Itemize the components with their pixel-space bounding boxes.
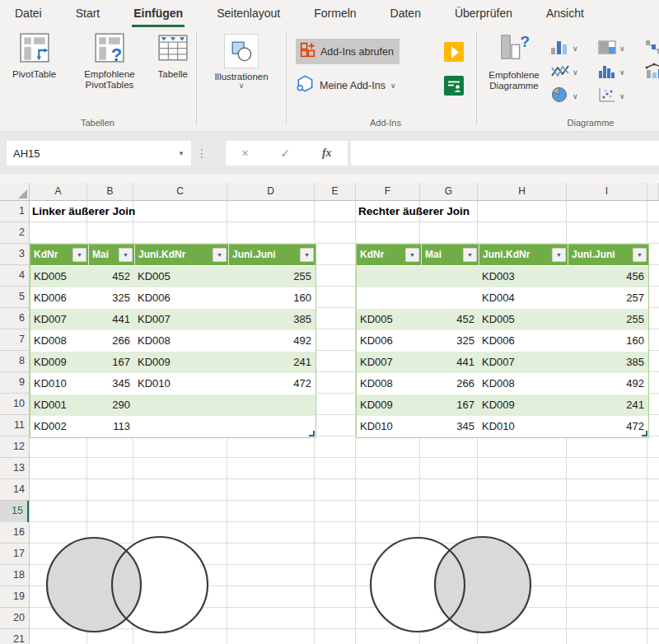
column-header-c[interactable]: C <box>133 183 227 200</box>
table-cell[interactable]: KD010 <box>134 373 228 394</box>
table-cell[interactable]: 160 <box>228 287 315 309</box>
table-cell[interactable]: KD005 <box>30 266 88 287</box>
pie-chart-button[interactable]: ∨ <box>550 85 597 108</box>
row-header-12[interactable]: 12 <box>0 436 29 458</box>
cancel-icon[interactable]: × <box>241 147 248 160</box>
table-header-juni-juni[interactable]: Juni.Juni▼ <box>568 245 648 265</box>
column-header-e[interactable]: E <box>315 183 356 200</box>
table-cell[interactable]: KD002 <box>30 416 88 437</box>
table-cell[interactable]: 385 <box>228 309 315 330</box>
filter-mai-button[interactable]: ▼ <box>463 248 477 262</box>
table-cell[interactable]: 255 <box>568 309 648 330</box>
filter-juni-juni-button[interactable]: ▼ <box>633 248 647 262</box>
row-header-7[interactable]: 7 <box>0 329 29 351</box>
column-header-d[interactable]: D <box>227 183 315 200</box>
table-cell[interactable]: 290 <box>88 394 134 416</box>
table-cell[interactable]: KD009 <box>479 394 568 416</box>
row-header-14[interactable]: 14 <box>0 479 29 501</box>
treemap-chart-button[interactable]: ∨ <box>597 37 644 60</box>
pivottable-button[interactable]: PivotTable <box>0 32 68 90</box>
row-header-2[interactable]: 2 <box>0 222 29 244</box>
table-cell[interactable]: 345 <box>88 373 134 394</box>
table-cell[interactable]: KD005 <box>134 266 228 287</box>
table-cell[interactable]: KD007 <box>479 352 568 373</box>
left-join-table[interactable]: KdNr▼Mai▼Juni.KdNr▼Juni.Juni▼KD005452KD0… <box>30 244 316 438</box>
table-cell[interactable]: 472 <box>568 416 648 437</box>
table-cell[interactable]: 257 <box>568 287 648 309</box>
table-header-juni-kdnr[interactable]: Juni.KdNr▼ <box>479 245 568 265</box>
table-cell[interactable]: KD007 <box>30 309 88 330</box>
table-cell[interactable]: KD008 <box>30 330 88 352</box>
combo-chart-button[interactable]: ∨ <box>644 61 659 84</box>
formula-bar-splitter[interactable]: ⋮ <box>191 147 213 160</box>
empfohlene-pivottables-button[interactable]: ? Empfohlene PivotTables <box>70 32 148 90</box>
table-header-mai[interactable]: Mai▼ <box>421 245 479 265</box>
right-table-title[interactable]: Rechter äußerer Join <box>358 201 470 222</box>
table-cell[interactable]: 160 <box>568 330 648 352</box>
tab-seitenlayout[interactable]: Seitenlayout <box>215 2 282 27</box>
filter-juni-kdnr-button[interactable]: ▼ <box>552 248 566 262</box>
table-cell[interactable]: 167 <box>421 394 479 416</box>
get-addins-button[interactable]: Add-Ins abrufen <box>296 39 400 64</box>
table-cell[interactable]: 255 <box>228 266 315 287</box>
table-cell[interactable] <box>228 416 315 437</box>
insert-function-icon[interactable]: fx <box>322 147 332 160</box>
row-header-20[interactable]: 20 <box>0 608 29 629</box>
table-cell[interactable]: 492 <box>228 330 315 352</box>
row-header-6[interactable]: 6 <box>0 308 29 329</box>
filter-kdnr-button[interactable]: ▼ <box>405 248 419 262</box>
table-cell[interactable]: 325 <box>421 330 479 352</box>
table-cell[interactable]: KD003 <box>479 266 568 287</box>
table-cell[interactable]: KD008 <box>357 373 421 394</box>
table-cell[interactable]: 241 <box>568 394 648 416</box>
row-header-1[interactable]: 1 <box>0 201 29 222</box>
table-cell[interactable] <box>357 287 421 309</box>
tabelle-button[interactable]: Tabelle <box>150 32 195 90</box>
column-header-i[interactable]: I <box>567 183 647 200</box>
select-all-corner[interactable] <box>0 183 30 200</box>
table-cell[interactable]: KD004 <box>479 287 568 309</box>
column-header-g[interactable]: G <box>420 183 478 200</box>
table-cell[interactable] <box>134 394 228 416</box>
illustrationen-button[interactable]: Illustrationen ∨ <box>214 29 268 90</box>
table-cell[interactable]: KD007 <box>134 309 228 330</box>
table-cell[interactable]: KD008 <box>134 330 228 352</box>
scatter-plot-button[interactable]: ∨ <box>597 85 644 108</box>
table-cell[interactable]: KD005 <box>479 309 568 330</box>
row-header-8[interactable]: 8 <box>0 351 29 372</box>
sheet-cells-area[interactable]: Linker äußerer Join Rechter äußerer Join… <box>30 201 659 644</box>
table-cell[interactable] <box>421 287 479 309</box>
histogram-chart-button[interactable]: ∨ <box>597 61 644 84</box>
tab-berpr-fen[interactable]: Überprüfen <box>453 2 514 27</box>
table-cell[interactable]: 113 <box>88 416 134 437</box>
row-header-21[interactable]: 21 <box>0 629 29 644</box>
column-chart-button[interactable]: ∨ <box>550 37 597 60</box>
row-header-18[interactable]: 18 <box>0 565 29 586</box>
table-resize-handle[interactable] <box>642 431 647 436</box>
table-cell[interactable]: KD007 <box>357 352 421 373</box>
table-cell[interactable]: 266 <box>88 330 134 352</box>
table-cell[interactable]: 167 <box>88 352 134 373</box>
row-header-15[interactable]: 15 <box>0 501 29 522</box>
tab-ansicht[interactable]: Ansicht <box>544 2 586 27</box>
table-cell[interactable] <box>228 394 315 416</box>
table-cell[interactable] <box>134 416 228 437</box>
column-header-a[interactable]: A <box>30 183 87 200</box>
name-box-dropdown-icon[interactable]: ▼ <box>178 150 185 157</box>
row-header-4[interactable]: 4 <box>0 265 29 287</box>
table-header-mai[interactable]: Mai▼ <box>88 245 134 265</box>
row-header-11[interactable]: 11 <box>0 415 29 436</box>
table-cell[interactable]: 441 <box>88 309 134 330</box>
table-cell[interactable]: KD009 <box>357 394 421 416</box>
table-resize-handle[interactable] <box>309 431 315 436</box>
table-cell[interactable]: KD005 <box>357 309 421 330</box>
tab-einf-gen[interactable]: Einfügen <box>132 2 185 27</box>
table-cell[interactable] <box>421 266 479 287</box>
name-box[interactable]: AH15 ▼ <box>7 141 191 166</box>
column-header-f[interactable]: F <box>356 183 420 200</box>
filter-mai-button[interactable]: ▼ <box>119 248 133 262</box>
row-header-9[interactable]: 9 <box>0 372 29 394</box>
table-cell[interactable]: KD006 <box>479 330 568 352</box>
table-header-kdnr[interactable]: KdNr▼ <box>30 245 88 265</box>
row-header-17[interactable]: 17 <box>0 544 29 565</box>
